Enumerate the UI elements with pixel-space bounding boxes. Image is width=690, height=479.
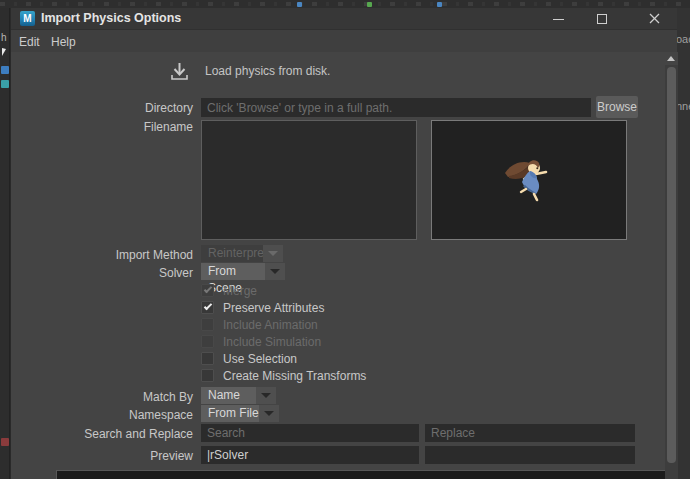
toolbar-green-icon bbox=[367, 2, 372, 7]
background-text-fragment: nne bbox=[677, 100, 690, 112]
character-sprite-preview bbox=[503, 156, 557, 206]
solver-dropdown[interactable]: From Scene bbox=[201, 263, 285, 280]
search-input[interactable] bbox=[201, 424, 419, 442]
chevron-down-icon bbox=[263, 245, 283, 262]
preview-label: Preview bbox=[11, 449, 193, 463]
browse-button[interactable]: Browse bbox=[596, 96, 638, 118]
check-icon bbox=[204, 302, 212, 310]
dialog-menubar: Edit Help bbox=[11, 30, 677, 52]
load-hint-text: Load physics from disk. bbox=[205, 64, 330, 78]
checkbox-box bbox=[201, 335, 214, 348]
import-physics-options-dialog: M Import Physics Options Edit Help Load … bbox=[10, 8, 677, 479]
directory-label: Directory bbox=[11, 101, 193, 115]
background-text-fragment: h bbox=[1, 32, 7, 43]
maximize-button[interactable] bbox=[587, 8, 617, 30]
match-by-label: Match By bbox=[11, 390, 193, 404]
solver-value: From Scene bbox=[201, 263, 265, 280]
toolbar-blue-icon bbox=[297, 2, 302, 7]
match-by-value: Name bbox=[201, 387, 256, 404]
chevron-down-icon bbox=[265, 263, 285, 280]
scrollbar-thumb[interactable] bbox=[667, 67, 676, 463]
solver-label: Solver bbox=[11, 266, 193, 280]
minimize-icon bbox=[553, 19, 564, 20]
import-method-dropdown: Reinterpret bbox=[201, 245, 283, 262]
chevron-down-icon bbox=[256, 387, 276, 404]
toolbar-blue-icon bbox=[437, 2, 442, 7]
dialog-title: Import Physics Options bbox=[41, 11, 181, 25]
search-and-replace-label: Search and Replace bbox=[11, 427, 193, 441]
checkbox-box[interactable] bbox=[201, 352, 214, 365]
menu-edit[interactable]: Edit bbox=[15, 33, 44, 51]
app-left-panel-strip: h bbox=[0, 8, 10, 479]
cursor-icon bbox=[2, 48, 6, 56]
vertical-scrollbar[interactable] bbox=[665, 52, 678, 479]
checkbox-label: Create Missing Transforms bbox=[223, 369, 366, 383]
download-icon bbox=[169, 61, 190, 82]
checkbox-label: Merge bbox=[223, 284, 257, 298]
checkbox-box[interactable] bbox=[201, 301, 214, 314]
checkbox-label: Use Selection bbox=[223, 352, 297, 366]
match-by-dropdown[interactable]: Name bbox=[201, 387, 276, 404]
directory-input[interactable] bbox=[201, 98, 591, 117]
maximize-icon bbox=[597, 14, 607, 24]
chevron-down-icon bbox=[259, 405, 279, 422]
filename-label: Filename bbox=[11, 120, 193, 134]
toolbar-icons-fragment bbox=[0, 2, 690, 6]
import-method-label: Import Method bbox=[11, 248, 193, 262]
app-right-panel-strip: oac nne bbox=[677, 8, 690, 479]
checkbox-box bbox=[201, 318, 214, 331]
minimize-button[interactable] bbox=[543, 8, 573, 30]
close-icon bbox=[649, 13, 660, 24]
menu-help[interactable]: Help bbox=[47, 33, 80, 51]
checkbox-label: Include Simulation bbox=[223, 335, 321, 349]
namespace-dropdown[interactable]: From File bbox=[201, 405, 279, 422]
shelf-red-icon bbox=[1, 438, 9, 446]
dialog-content: Load physics from disk. Directory Browse… bbox=[11, 52, 677, 479]
background-text-fragment: oac bbox=[677, 33, 690, 45]
checkbox-label: Include Animation bbox=[223, 318, 318, 332]
checkbox-label: Preserve Attributes bbox=[223, 301, 324, 315]
namespace-value: From File bbox=[201, 405, 259, 422]
preview-result-field[interactable] bbox=[201, 446, 419, 464]
check-icon bbox=[204, 285, 212, 293]
maya-app-icon: M bbox=[20, 11, 35, 26]
dialog-titlebar[interactable]: M Import Physics Options bbox=[11, 8, 677, 30]
checkbox-box[interactable] bbox=[201, 369, 214, 382]
close-button[interactable] bbox=[639, 8, 669, 30]
checkbox-box bbox=[201, 284, 214, 297]
scroll-up-button[interactable] bbox=[665, 52, 678, 65]
shelf-blue-icon bbox=[1, 66, 9, 74]
app-toolbar-strip bbox=[0, 0, 690, 8]
physics-preview-panel bbox=[431, 120, 627, 240]
next-section-frame bbox=[56, 470, 666, 479]
namespace-label: Namespace bbox=[11, 408, 193, 422]
filename-listbox[interactable] bbox=[201, 120, 417, 240]
import-method-value: Reinterpret bbox=[201, 245, 263, 262]
replace-input[interactable] bbox=[425, 424, 635, 442]
shelf-teal-icon bbox=[1, 80, 9, 88]
preview-result-field-2[interactable] bbox=[425, 446, 635, 464]
